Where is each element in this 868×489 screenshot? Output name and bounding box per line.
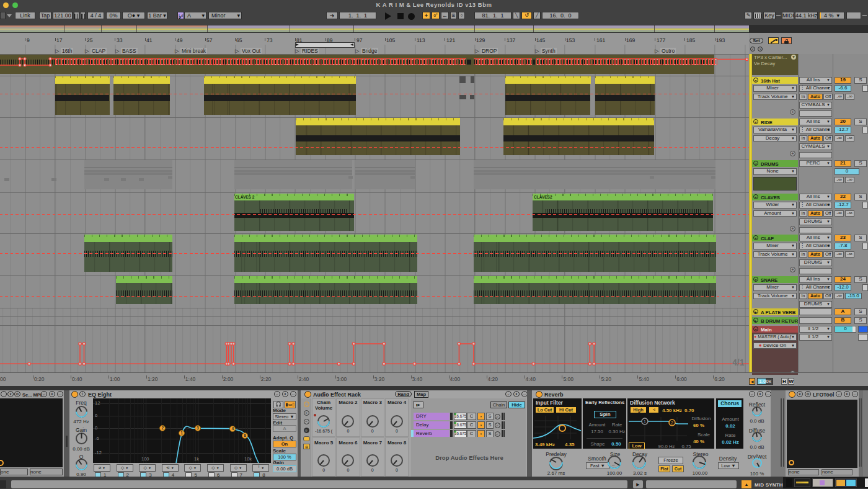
svg-text:1: 1 <box>644 419 646 424</box>
